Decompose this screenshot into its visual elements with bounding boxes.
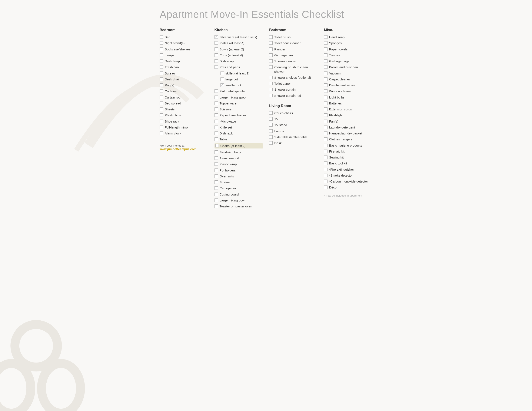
checkbox[interactable]	[324, 83, 327, 87]
checkbox[interactable]	[160, 102, 163, 105]
list-item[interactable]: large pot	[215, 77, 263, 82]
list-item[interactable]: Tupperware	[215, 101, 263, 105]
list-item[interactable]: Plastic bins	[160, 113, 208, 117]
list-item[interactable]: Shower shelves (optional)	[269, 75, 318, 80]
checkbox[interactable]	[220, 83, 224, 87]
checkbox[interactable]	[215, 144, 219, 147]
checkbox[interactable]	[160, 83, 163, 87]
checkbox[interactable]	[160, 95, 163, 99]
checkbox[interactable]	[215, 47, 218, 51]
list-item[interactable]: Batteries	[324, 101, 373, 105]
checkbox[interactable]	[215, 168, 218, 172]
list-item[interactable]: Desk chair	[160, 77, 208, 82]
checkbox[interactable]	[324, 47, 327, 51]
list-item[interactable]: Cleaning brush to clean shower	[269, 65, 318, 74]
list-item[interactable]: Shower cleaner	[269, 59, 318, 63]
list-item[interactable]: Dish rack	[215, 131, 263, 136]
checkbox[interactable]	[160, 59, 163, 63]
checkbox[interactable]	[160, 120, 163, 123]
checkbox[interactable]	[269, 65, 273, 69]
list-item[interactable]: Bowls (at least 2)	[215, 47, 263, 51]
checkbox[interactable]	[215, 89, 218, 93]
checkbox[interactable]	[215, 162, 218, 166]
list-item[interactable]: Lamps	[160, 53, 208, 57]
list-item[interactable]: Tissues	[324, 53, 373, 57]
list-item[interactable]: Bed spread	[160, 101, 208, 105]
list-item[interactable]: Large mixing spoon	[215, 95, 263, 100]
footer-link[interactable]: www.jumpoffcampus.com	[160, 147, 196, 151]
checkbox[interactable]	[269, 123, 273, 127]
list-item[interactable]: *Smoke detector	[324, 173, 373, 178]
checkbox[interactable]	[269, 94, 273, 97]
list-item[interactable]: Clothes hangers	[324, 137, 373, 141]
list-item[interactable]: Scissors	[215, 107, 263, 112]
list-item[interactable]: Curtain rod	[160, 95, 208, 100]
checkbox[interactable]	[269, 53, 273, 57]
list-item[interactable]: Shoe rack	[160, 119, 208, 124]
checkbox[interactable]	[324, 65, 327, 69]
list-item[interactable]: Laundry detergent	[324, 125, 373, 130]
checkbox[interactable]	[215, 125, 218, 129]
list-item[interactable]: Toilet paper	[269, 82, 318, 86]
checkbox[interactable]	[215, 102, 218, 105]
checkbox[interactable]	[215, 107, 218, 111]
list-item[interactable]: *Carbon monoxide detector	[324, 179, 373, 184]
list-item[interactable]: skillet (at least 1)	[215, 71, 263, 75]
checkbox[interactable]	[324, 137, 327, 141]
checkbox[interactable]	[215, 180, 218, 184]
checkbox[interactable]	[324, 161, 327, 165]
list-item[interactable]: Pots and pans	[215, 65, 263, 69]
list-item[interactable]: Flashlight	[324, 113, 373, 117]
list-item[interactable]: Cups (at least 4)	[215, 53, 263, 57]
list-item[interactable]: Night stand(s)	[160, 41, 208, 45]
list-item[interactable]: Bed	[160, 35, 208, 39]
checkbox[interactable]	[160, 77, 163, 81]
checkbox[interactable]	[324, 168, 327, 171]
list-item[interactable]: Paper towel holder	[215, 113, 263, 117]
checkbox[interactable]	[220, 77, 224, 81]
list-item[interactable]: Basic tool kit	[324, 161, 373, 166]
checkbox[interactable]	[269, 82, 273, 85]
checkbox[interactable]	[160, 41, 163, 45]
list-item[interactable]: *Fire extinguisher	[324, 168, 373, 172]
list-item[interactable]: Décor	[324, 185, 373, 189]
checkbox[interactable]	[160, 35, 163, 39]
checkbox[interactable]	[269, 59, 273, 63]
list-item[interactable]: smaller pot	[215, 83, 263, 87]
list-item[interactable]: Toilet brush	[269, 35, 318, 39]
list-item[interactable]: Sheets	[160, 107, 208, 112]
checkbox[interactable]	[324, 179, 327, 183]
checkbox[interactable]	[269, 47, 273, 51]
list-item[interactable]: Fan(s)	[324, 119, 373, 124]
checkbox[interactable]	[160, 65, 163, 69]
list-item[interactable]: Light bulbs	[324, 95, 373, 100]
checkbox[interactable]	[324, 107, 327, 111]
checkbox[interactable]	[215, 186, 218, 190]
checkbox[interactable]	[324, 102, 327, 105]
checkbox[interactable]	[269, 117, 273, 121]
checkbox[interactable]	[215, 59, 218, 63]
list-item[interactable]: TV	[269, 117, 318, 121]
list-item[interactable]: Basic hygiene products	[324, 143, 373, 148]
list-item[interactable]: Toaster or toaster oven	[215, 204, 263, 208]
checkbox[interactable]	[324, 120, 327, 123]
checkbox[interactable]	[324, 156, 327, 159]
list-item[interactable]: Window cleaner	[324, 89, 373, 93]
checkbox[interactable]	[324, 77, 327, 81]
checkbox[interactable]	[160, 107, 163, 111]
checkbox[interactable]	[215, 150, 218, 154]
list-item[interactable]: Plates (at least 4)	[215, 41, 263, 45]
list-item[interactable]: Plunger	[269, 47, 318, 51]
list-item[interactable]: Alarm clock	[160, 131, 208, 136]
list-item[interactable]: First aid kit	[324, 149, 373, 154]
list-item[interactable]: Sandwich bags	[215, 150, 263, 154]
checkbox[interactable]	[324, 113, 327, 117]
list-item[interactable]: Full-length mirror	[160, 125, 208, 130]
checkbox[interactable]	[215, 156, 218, 160]
checkbox[interactable]	[269, 111, 273, 115]
checkbox[interactable]	[215, 113, 218, 117]
list-item[interactable]: Broom and dust pan	[324, 65, 373, 69]
checkbox[interactable]	[160, 89, 163, 93]
list-item[interactable]: Extension cords	[324, 107, 373, 112]
list-item[interactable]: Desk lamp	[160, 59, 208, 63]
